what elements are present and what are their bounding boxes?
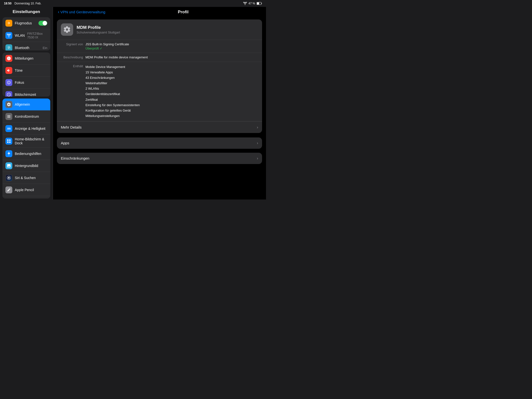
flugmodus-label: Flugmodus xyxy=(15,21,36,25)
sidebar-item-mitteilungen[interactable]: Mitteilungen xyxy=(2,52,50,65)
back-button[interactable]: ‹ VPN und Geräteverwaltung xyxy=(58,9,105,15)
profile-subtitle: Schulverwaltungsamt Stuttgart xyxy=(77,31,120,34)
sidebar: Einstellungen ✈ Flugmodus WLAN FRITZ!Box… xyxy=(0,7,53,200)
allgemein-label: Allgemein xyxy=(15,102,47,106)
siri-icon xyxy=(5,174,12,181)
bildschirmzeit-label: Bildschirmzeit xyxy=(15,93,47,96)
profile-name: MDM Profile xyxy=(77,25,120,30)
bluetooth-value: Ein xyxy=(43,46,47,50)
einschraenkungen-label: Einschränkungen xyxy=(61,156,89,160)
svg-rect-1 xyxy=(257,2,259,4)
sidebar-item-kontrollzentrum[interactable]: Kontrollzentrum xyxy=(2,111,50,123)
bedienungshilfen-label: Bedienungshilfen xyxy=(15,152,47,156)
svg-point-2 xyxy=(9,152,9,152)
back-label[interactable]: VPN und Geräteverwaltung xyxy=(60,10,105,14)
profile-icon xyxy=(61,23,73,36)
sidebar-item-wlan[interactable]: WLAN FRITZ!Box 7530 IX xyxy=(2,29,50,42)
more-details-label: Mehr Details xyxy=(61,125,82,129)
apps-chevron: › xyxy=(257,141,258,145)
content-header: ‹ VPN und Geräteverwaltung Profil xyxy=(53,7,266,17)
bluetooth-label: Bluetooth xyxy=(15,46,40,50)
sidebar-group-notifications: Mitteilungen Töne Fokus Bildschirmzeit xyxy=(2,52,50,96)
contains-label: Enthält xyxy=(61,64,83,119)
sidebar-item-touchid[interactable]: Touch ID & Code xyxy=(2,196,50,199)
apps-row[interactable]: Apps › xyxy=(57,137,262,149)
siri-label: Siri & Suchen xyxy=(15,176,47,180)
sidebar-group-main: Allgemein Kontrollzentrum AA Anzeige & H… xyxy=(2,99,50,199)
main-layout: Einstellungen ✈ Flugmodus WLAN FRITZ!Box… xyxy=(0,7,266,200)
more-details-chevron: › xyxy=(257,125,258,130)
home-label: Home-Bildschirm & Dock xyxy=(15,137,47,145)
status-bar: 18:50 Donnerstag 10. Feb. 47 % xyxy=(0,0,266,7)
sidebar-item-hintergrundbild[interactable]: Hintergrundbild xyxy=(2,160,50,172)
allgemein-icon xyxy=(5,101,12,108)
sidebar-item-home[interactable]: Home-Bildschirm & Dock xyxy=(2,135,50,148)
einschraenkungen-row[interactable]: Einschränkungen › xyxy=(57,153,262,164)
einschraenkungen-chevron: › xyxy=(257,156,258,161)
verified-label: Überprüft xyxy=(85,47,99,50)
signed-by-label: Signiert von xyxy=(61,42,83,50)
content-area: ‹ VPN und Geräteverwaltung Profil MDM Pr… xyxy=(53,7,266,200)
wifi-icon xyxy=(243,2,247,5)
signed-by-row: Signiert von JSS Built-In Signing Certif… xyxy=(57,40,262,53)
toene-icon xyxy=(5,67,12,74)
battery-icon xyxy=(257,2,262,5)
signed-by-value: JSS Built-In Signing Certificate Überprü… xyxy=(85,42,258,50)
apps-card[interactable]: Apps › xyxy=(57,137,262,149)
sidebar-item-flugmodus[interactable]: ✈ Flugmodus xyxy=(2,17,50,29)
sidebar-item-bedienungshilfen[interactable]: Bedienungshilfen xyxy=(2,148,50,160)
wlan-icon xyxy=(5,32,12,39)
profile-header: MDM Profile Schulverwaltungsamt Stuttgar… xyxy=(57,19,262,40)
kontrollzentrum-icon xyxy=(5,113,12,120)
sidebar-title: Einstellungen xyxy=(0,7,53,16)
sidebar-item-allgemein[interactable]: Allgemein xyxy=(2,99,50,111)
kontrollzentrum-label: Kontrollzentrum xyxy=(15,115,47,118)
hintergrundbild-label: Hintergrundbild xyxy=(15,164,47,168)
fokus-icon xyxy=(5,79,12,86)
bildschirmzeit-icon xyxy=(5,91,12,96)
home-icon xyxy=(5,138,12,145)
mitteilungen-icon xyxy=(5,55,12,62)
description-row: Beschreibung MDM Profile for mobile devi… xyxy=(57,53,262,62)
flugmodus-icon: ✈ xyxy=(5,20,12,27)
sidebar-item-applepencil[interactable]: Apple Pencil xyxy=(2,184,50,196)
profile-name-group: MDM Profile Schulverwaltungsamt Stuttgar… xyxy=(77,25,120,34)
mitteilungen-label: Mitteilungen xyxy=(15,56,47,60)
status-date: Donnerstag 10. Feb. xyxy=(15,2,41,5)
fokus-label: Fokus xyxy=(15,81,47,84)
signed-by-cert: JSS Built-In Signing Certificate xyxy=(85,42,258,46)
status-time: 18:50 xyxy=(4,2,12,5)
einschraenkungen-card[interactable]: Einschränkungen › xyxy=(57,153,262,164)
wlan-label: WLAN xyxy=(15,33,25,37)
bedienungshilfen-icon xyxy=(5,150,12,157)
toene-label: Töne xyxy=(15,68,47,72)
contains-row: Enthält Mobile Device Management 15 Verw… xyxy=(57,62,262,121)
contains-list: Mobile Device Management 15 Verwaltete A… xyxy=(85,64,140,119)
status-icons: 47 % xyxy=(243,2,262,5)
sidebar-item-bildschirmzeit[interactable]: Bildschirmzeit xyxy=(2,89,50,96)
applepencil-icon xyxy=(5,186,12,193)
page-title: Profil xyxy=(105,10,261,15)
battery-percent: 47 % xyxy=(249,2,255,5)
bluetooth-icon: 𝔅 xyxy=(5,44,12,50)
more-details-row[interactable]: Mehr Details › xyxy=(57,121,262,133)
anzeige-icon: AA xyxy=(5,125,12,132)
sidebar-item-bluetooth[interactable]: 𝔅 Bluetooth Ein xyxy=(2,42,50,50)
description-value: MDM Profile for mobile device management xyxy=(85,55,258,59)
gear-icon xyxy=(63,26,71,33)
sidebar-item-fokus[interactable]: Fokus xyxy=(2,77,50,89)
sidebar-item-toene[interactable]: Töne xyxy=(2,65,50,77)
anzeige-label: Anzeige & Helligkeit xyxy=(15,127,47,131)
back-chevron-icon: ‹ xyxy=(58,9,59,15)
wlan-value: FRITZ!Box 7530 IX xyxy=(27,32,47,39)
verified-checkmark: ✓ xyxy=(100,47,102,50)
svg-point-4 xyxy=(8,177,10,179)
sidebar-group-connectivity: ✈ Flugmodus WLAN FRITZ!Box 7530 IX 𝔅 Blu… xyxy=(2,17,50,50)
flugmodus-toggle[interactable] xyxy=(38,21,47,26)
applepencil-label: Apple Pencil xyxy=(15,188,47,192)
sidebar-item-siri[interactable]: Siri & Suchen xyxy=(2,172,50,184)
apps-label: Apps xyxy=(61,141,69,145)
sidebar-item-anzeige[interactable]: AA Anzeige & Helligkeit xyxy=(2,123,50,135)
hintergrundbild-icon xyxy=(5,162,12,169)
wifi-small-icon xyxy=(7,34,11,37)
